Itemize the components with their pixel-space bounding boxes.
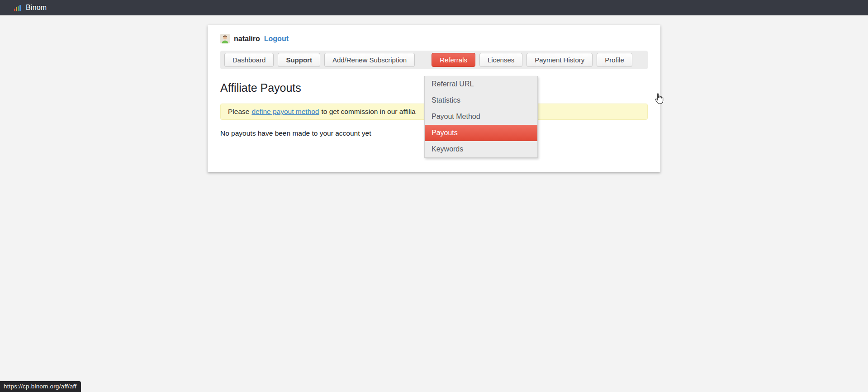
brand-title: Binom [26, 4, 47, 12]
nav-item-add-renew-subscription[interactable]: Add/Renew Subscription [324, 53, 415, 67]
main-card: nataliro Logout Dashboard Support Add/Re… [208, 25, 660, 172]
nav-item-dashboard[interactable]: Dashboard [224, 53, 274, 67]
nav-item-licenses[interactable]: Licenses [479, 53, 522, 67]
cursor-pointer-icon [654, 93, 664, 104]
nav-item-referrals[interactable]: Referrals [432, 53, 475, 67]
dropdown-item-referral-url[interactable]: Referral URL [425, 76, 537, 92]
user-avatar [220, 34, 230, 43]
logout-link[interactable]: Logout [264, 35, 289, 43]
dropdown-item-payouts[interactable]: Payouts [425, 125, 537, 141]
nav-bar: Dashboard Support Add/Renew Subscription… [220, 51, 648, 69]
dropdown-item-keywords[interactable]: Keywords [425, 141, 537, 157]
nav-item-support[interactable]: Support [278, 53, 320, 67]
bar-chart-logo-icon [14, 5, 22, 11]
username: nataliro [234, 35, 260, 43]
top-bar: Binom [0, 0, 868, 15]
user-row: nataliro Logout [220, 34, 648, 43]
status-url-tooltip: https://cp.binom.org/aff/aff [0, 381, 81, 392]
referrals-dropdown-menu: Referral URL Statistics Payout Method Pa… [424, 76, 538, 158]
notice-prefix: Please [228, 108, 249, 116]
dropdown-item-payout-method[interactable]: Payout Method [425, 109, 537, 125]
define-payout-method-link[interactable]: define payout method [251, 108, 319, 116]
notice-suffix: to get commission in our affilia [322, 108, 416, 116]
nav-item-profile[interactable]: Profile [597, 53, 632, 67]
dropdown-item-statistics[interactable]: Statistics [425, 92, 537, 109]
nav-item-payment-history[interactable]: Payment History [526, 53, 593, 67]
